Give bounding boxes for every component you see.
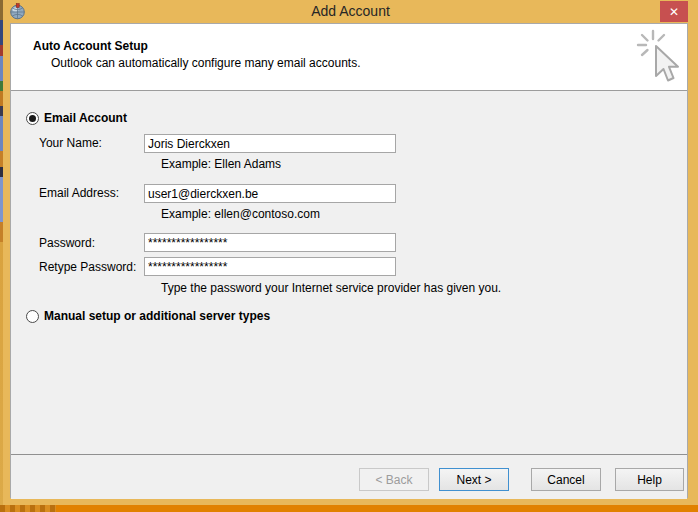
next-button[interactable]: Next > [439, 468, 509, 491]
email-address-label: Email Address: [39, 186, 119, 201]
manual-setup-radio-label[interactable]: Manual setup or additional server types [44, 309, 270, 324]
screen: { "window": { "title": "Add Account", "c… [0, 0, 698, 512]
password-hint: Type the password your Internet service … [161, 281, 501, 296]
email-address-example: Example: ellen@contoso.com [161, 207, 320, 222]
close-button[interactable]: ✕ [660, 1, 688, 22]
add-account-dialog: Auto Account Setup Outlook can automatic… [10, 23, 688, 498]
close-icon: ✕ [669, 6, 679, 18]
desktop-background-strip [0, 505, 56, 512]
window-title: Add Account [3, 0, 698, 23]
manual-setup-radio[interactable] [26, 310, 39, 323]
password-label: Password: [39, 236, 95, 251]
your-name-label: Your Name: [39, 136, 102, 151]
cancel-button[interactable]: Cancel [531, 468, 601, 491]
wizard-header: Auto Account Setup Outlook can automatic… [11, 24, 687, 91]
email-address-input[interactable] [144, 184, 396, 203]
wizard-subtitle: Outlook can automatically configure many… [51, 56, 361, 70]
retype-password-input[interactable] [144, 257, 396, 276]
desktop-background-strip [56, 505, 698, 512]
wizard-title: Auto Account Setup [33, 39, 148, 53]
cursor-sparkle-icon [636, 28, 682, 88]
help-button[interactable]: Help [615, 468, 684, 491]
email-account-radio-label[interactable]: Email Account [44, 111, 127, 126]
your-name-input[interactable] [144, 134, 396, 153]
password-input[interactable] [144, 233, 396, 252]
back-button[interactable]: < Back [359, 468, 429, 491]
your-name-example: Example: Ellen Adams [161, 157, 281, 172]
retype-password-label: Retype Password: [39, 260, 136, 275]
email-account-radio[interactable] [26, 112, 39, 125]
titlebar[interactable]: Add Account ✕ [3, 0, 698, 23]
desktop-background-sliver [0, 0, 3, 505]
